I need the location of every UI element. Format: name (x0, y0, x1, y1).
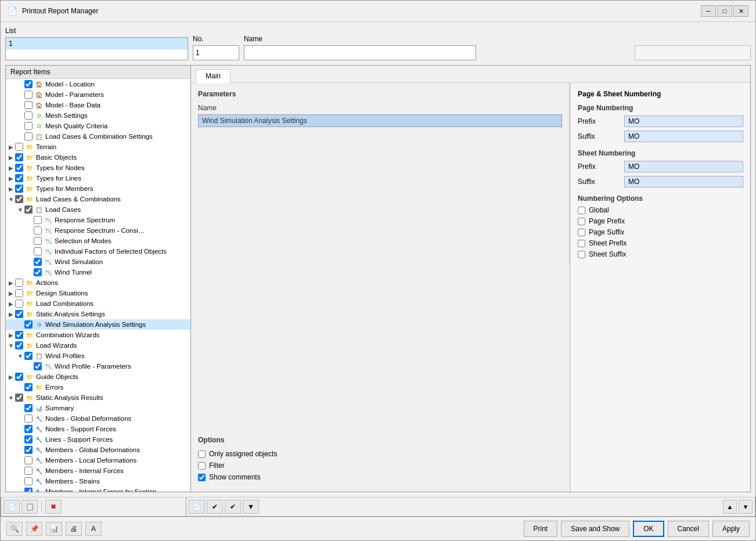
design-situations-expander[interactable]: ▶ (7, 290, 15, 297)
no-input[interactable] (193, 45, 239, 60)
tree-item-errors[interactable]: 📁 Errors (6, 382, 190, 392)
uncheck-all-button[interactable]: ✔ (225, 500, 241, 514)
search-button[interactable]: 🔍 (6, 522, 23, 536)
load-cases-expander[interactable]: ▼ (16, 207, 24, 213)
wind-profile-parameters-icon: 📉 (44, 362, 53, 371)
tree-item-types-nodes[interactable]: ▶ 📁 Types for Nodes (6, 163, 190, 173)
option-filter-checkbox[interactable] (198, 462, 206, 470)
static-analysis-settings-expander[interactable]: ▶ (7, 311, 15, 318)
tree-item-members-strains[interactable]: 🔧 Members - Strains (6, 476, 190, 486)
basic-objects-expander[interactable]: ▶ (7, 154, 15, 161)
copy-report-button[interactable]: 📋 (21, 500, 38, 514)
apply-button[interactable]: Apply (712, 521, 750, 537)
tree-item-members-internal-forces-section[interactable]: 🔧 Members - Internal Forces by Section (6, 486, 190, 492)
tree-item-static-analysis-results[interactable]: ▼ 📁 Static Analysis Results (6, 392, 190, 403)
move-up-button[interactable]: ▲ (723, 500, 737, 514)
load-wizards-label: Load Wizards (36, 342, 77, 349)
tree-item-types-lines[interactable]: ▶ 📁 Types for Lines (6, 173, 190, 183)
tree-item-types-members[interactable]: ▶ 📁 Types for Members (6, 183, 190, 194)
tree-content[interactable]: 🏠 Model - Location 🏠 Model - Parameters (6, 79, 190, 492)
ok-button[interactable]: OK (633, 521, 664, 537)
close-button[interactable]: ✕ (733, 5, 748, 17)
actions-expander[interactable]: ▶ (7, 280, 15, 286)
new-report-button[interactable]: 📄 (3, 500, 20, 514)
tree-item-wind-simulation[interactable]: 📉 Wind Simulation (6, 257, 190, 267)
tree-item-wind-simulation-analysis-settings[interactable]: ⚙ Wind Simulation Analysis Settings (6, 319, 190, 330)
tree-item-mesh-quality[interactable]: ⚙ Mesh Quality Criteria (6, 121, 190, 131)
tree-item-members-internal-forces[interactable]: 🔧 Members - Internal Forces (6, 466, 190, 476)
check-all-button[interactable]: ✔ (207, 500, 223, 514)
tree-item-response-spectrum-accidental[interactable]: 📉 Response Spectrum - Consider Accidenta (6, 225, 190, 236)
tree-item-basic-objects[interactable]: ▶ 📁 Basic Objects (6, 152, 190, 163)
tree-item-wind-profile-parameters[interactable]: 📉 Wind Profile - Parameters (6, 361, 190, 372)
tree-item-load-combinations[interactable]: ▶ 📁 Load Combinations (6, 298, 190, 309)
num-option-global-checkbox[interactable] (578, 207, 585, 214)
tree-item-load-cases-combo-settings[interactable]: 📋 Load Cases & Combination Settings (6, 131, 190, 142)
tree-item-members-global-deformations[interactable]: 🔧 Members - Global Deformations (6, 445, 190, 455)
tree-item-model-location[interactable]: 🏠 Model - Location (6, 79, 190, 89)
combination-wizards-expander[interactable]: ▶ (7, 332, 15, 338)
tree-item-selection-of-modes[interactable]: 📉 Selection of Modes (6, 236, 190, 246)
maximize-button[interactable]: □ (717, 5, 732, 17)
option-only-assigned-checkbox[interactable] (198, 450, 206, 458)
load-combinations-expander[interactable]: ▶ (7, 301, 15, 307)
tree-item-wind-profiles[interactable]: ▼ 📋 Wind Profiles (6, 351, 190, 361)
app-icon: 📄 (8, 6, 17, 16)
types-members-expander[interactable]: ▶ (7, 186, 15, 192)
load-combinations-label: Load Combinations (36, 300, 93, 307)
delete-report-button[interactable]: ✖ (45, 500, 62, 514)
add-item-button[interactable]: 📄 (189, 500, 205, 514)
tab-main[interactable]: Main (196, 69, 231, 83)
tree-item-load-cases-combinations[interactable]: ▼ 📁 Load Cases & Combinations (6, 194, 190, 204)
print-button[interactable]: Print (524, 521, 558, 537)
guide-objects-expander[interactable]: ▶ (7, 374, 15, 380)
move-down-button[interactable]: ▼ (739, 500, 753, 514)
load-wizards-expander[interactable]: ▼ (7, 342, 15, 349)
num-option-page-suffix-checkbox[interactable] (578, 229, 585, 236)
tree-item-lines-support-forces[interactable]: 🔧 Lines - Support Forces (6, 434, 190, 445)
list-item[interactable]: 1 (6, 38, 188, 49)
wind-profiles-expander[interactable]: ▼ (16, 353, 24, 359)
tree-item-terrain[interactable]: ▶ 📁 Terrain (6, 142, 190, 152)
tree-item-members-local-deformations[interactable]: 🔧 Members - Local Deformations (6, 455, 190, 466)
no-field-group: No. (193, 35, 239, 60)
wind-profiles-icon: 📋 (34, 351, 44, 360)
minimize-button[interactable]: ─ (701, 5, 716, 17)
print-preview-button[interactable]: 🖨 (66, 522, 82, 536)
pin-button[interactable]: 📌 (26, 522, 42, 536)
cancel-button[interactable]: Cancel (668, 521, 709, 537)
filter-button[interactable]: ▼ (243, 500, 259, 514)
types-nodes-expander[interactable]: ▶ (7, 165, 15, 171)
tree-item-summary[interactable]: 📊 Summary (6, 403, 190, 413)
tree-item-model-base-data[interactable]: 🏠 Model - Base Data (6, 100, 190, 110)
terrain-expander[interactable]: ▶ (7, 144, 15, 150)
tree-item-actions[interactable]: ▶ 📁 Actions (6, 277, 190, 288)
tree-item-load-wizards[interactable]: ▼ 📁 Load Wizards (6, 340, 190, 351)
tree-item-guide-objects[interactable]: ▶ 📁 Guide Objects (6, 372, 190, 382)
load-cases-combinations-expander[interactable]: ▼ (7, 196, 15, 203)
tree-item-static-analysis-settings[interactable]: ▶ 📁 Static Analysis Settings (6, 309, 190, 319)
types-lines-icon: 📁 (25, 174, 34, 183)
tree-item-combination-wizards[interactable]: ▶ 📁 Combination Wizards (6, 330, 190, 340)
tree-item-model-parameters[interactable]: 🏠 Model - Parameters (6, 89, 190, 100)
tree-item-response-spectrum[interactable]: 📉 Response Spectrum (6, 215, 190, 225)
num-option-sheet-prefix-checkbox[interactable] (578, 240, 585, 247)
types-lines-expander[interactable]: ▶ (7, 175, 15, 182)
tree-item-wind-tunnel[interactable]: 📉 Wind Tunnel (6, 267, 190, 277)
tree-item-mesh-settings[interactable]: ⚙ Mesh Settings (6, 110, 190, 121)
chart-button[interactable]: 📊 (46, 522, 62, 536)
right-bottom-toolbar: 📄 ✔ ✔ ▼ ▲ ▼ (186, 497, 755, 517)
save-show-button[interactable]: Save and Show (561, 521, 629, 537)
translate-button[interactable]: A (85, 522, 102, 536)
bottom-toolbars: 📄 📋 ✖ 📄 ✔ ✔ ▼ ▲ ▼ (1, 497, 755, 517)
tree-item-individual-factors[interactable]: 📉 Individual Factors of Selected Objects (6, 246, 190, 257)
num-option-sheet-suffix-checkbox[interactable] (578, 251, 585, 258)
tree-item-design-situations[interactable]: ▶ 📁 Design Situations (6, 288, 190, 298)
name-input[interactable] (244, 45, 476, 60)
tree-item-nodes-support-forces[interactable]: 🔧 Nodes - Support Forces (6, 424, 190, 434)
tree-item-load-cases[interactable]: ▼ 📋 Load Cases (6, 204, 190, 215)
num-option-page-prefix-checkbox[interactable] (578, 218, 585, 225)
option-show-comments-checkbox[interactable] (198, 474, 206, 481)
tree-item-nodes-global-deformations[interactable]: 🔧 Nodes - Global Deformations (6, 413, 190, 424)
static-analysis-results-expander[interactable]: ▼ (7, 395, 15, 401)
